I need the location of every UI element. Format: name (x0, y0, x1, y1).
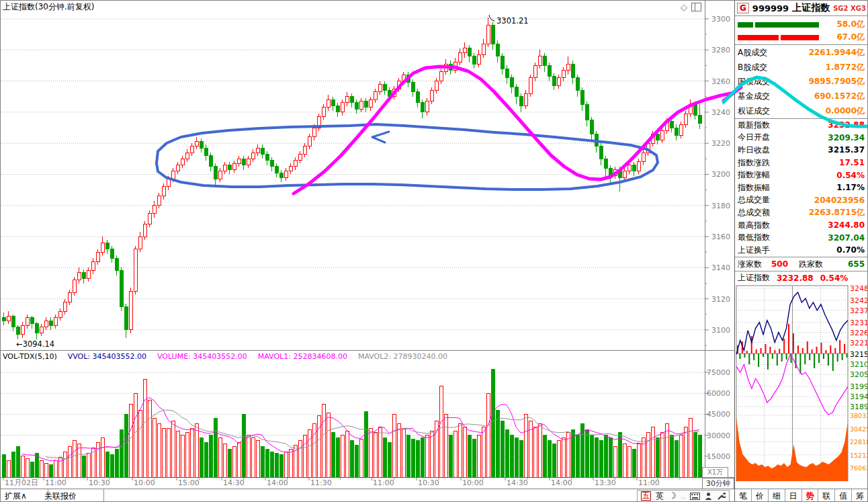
buy-queue-row: 58.0亿 (738, 18, 866, 31)
row-label: 指数涨跌 (738, 157, 770, 169)
stock-code[interactable]: 999999 (752, 3, 789, 13)
row-label: 总成交额 (738, 207, 770, 218)
queue-bar-segment (781, 35, 819, 40)
quote-row: 指数涨幅0.54% (738, 169, 866, 181)
svg-text:11:00: 11:00 (373, 478, 394, 487)
svg-text:45000: 45000 (707, 410, 730, 419)
svg-text:3200: 3200 (711, 170, 730, 179)
row-value: 0.54% (770, 171, 866, 180)
svg-text:15:00: 15:00 (178, 478, 200, 487)
row-value: 3207.04 (770, 233, 866, 243)
buy-queue-bar (738, 22, 820, 28)
svg-text:11:30: 11:30 (310, 478, 332, 487)
keyboard-icon[interactable] (690, 493, 700, 500)
sell-queue-value: 67.0亿 (820, 32, 866, 43)
row-value: 1.17% (770, 183, 866, 192)
panel-tab-势[interactable]: 势 (802, 489, 819, 502)
mini-chart-name[interactable]: 上证指数 (738, 272, 770, 284)
linked-quote-tab[interactable]: 关联报价 (40, 489, 104, 502)
svg-text:←3094.14: ←3094.14 (16, 339, 54, 349)
period-selector[interactable]: 30分钟 (702, 478, 734, 489)
row-label: 今日开盘 (738, 132, 770, 143)
row-label: 指数涨幅 (738, 169, 770, 181)
svg-text:13:30: 13:30 (595, 478, 616, 487)
queue-bar-segment (738, 22, 753, 28)
split-window-icon[interactable] (691, 3, 701, 11)
panel-tab-值[interactable]: 值 (835, 489, 852, 502)
svg-text:60000: 60000 (707, 389, 730, 398)
logo-icon: G (737, 3, 749, 13)
quote-row: 权证成交0.0000亿 (738, 103, 866, 118)
svg-text:10:30: 10:30 (89, 478, 110, 487)
ime-dots-icon: ‥ (681, 493, 686, 500)
mini-chart-header: 上证指数 3232.88 0.54% (735, 271, 868, 284)
stock-name[interactable]: 上证指数 (792, 2, 830, 14)
row-value: 1.8772亿 (767, 62, 866, 73)
decliners-count: 655 (823, 259, 866, 269)
decliners-label: 跌家数 (799, 259, 823, 270)
main-chart-svg[interactable]: 3300328032603240322032003180316031403120… (1, 1, 734, 489)
svg-text:3242: 3242 (850, 296, 868, 305)
quote-panel: G 999999 上证指数 SG2 XG3 58.0亿 67.0亿 A股成交22… (734, 1, 868, 502)
ime-toolbar[interactable]: 五 英 ☽ ‥ (637, 490, 730, 502)
svg-text:228189: 228189 (850, 438, 868, 446)
svg-text:3210: 3210 (850, 360, 868, 369)
row-label: 指数振幅 (738, 182, 770, 194)
svg-text:3300: 3300 (711, 15, 730, 24)
quote-row: 基金成交690.1572亿 (738, 89, 866, 104)
svg-text:3301.21: 3301.21 (496, 16, 529, 26)
svg-text:3194: 3194 (850, 392, 868, 401)
svg-text:3120: 3120 (711, 295, 730, 304)
svg-text:3248: 3248 (850, 284, 868, 293)
svg-text:3231: 3231 (850, 319, 868, 327)
chart-title: 上证指数(30分钟.前复权) (3, 1, 94, 13)
quote-row: 最新指数3232.88 (738, 119, 866, 132)
wrench-icon[interactable] (717, 492, 726, 501)
svg-text:14:30: 14:30 (507, 478, 528, 487)
quote-row: 上证换手0.70% (738, 244, 866, 257)
row-value: 2263.8715亿 (770, 207, 866, 218)
svg-text:14:00: 14:00 (551, 478, 572, 487)
volume-unit-box: X1万 (702, 467, 728, 478)
panel-tab-细[interactable]: 细 (769, 489, 785, 502)
svg-text:76063: 76063 (850, 464, 868, 472)
volume-bars (2, 370, 701, 477)
quote-row: 最高指数3244.80 (738, 219, 866, 232)
queue-bar-segment (755, 22, 819, 28)
volume-indicator-header: VOL-TDX(5,10) VVOL: 345403552.00 VOLUME:… (3, 352, 701, 363)
indicator-name[interactable]: VOL-TDX(5,10) (3, 352, 57, 363)
panel-tab-日[interactable]: 日 (785, 489, 802, 502)
quote-row: A股成交2261.9944亿 (738, 46, 866, 60)
quote-row: 国债成交9895.7905亿 (738, 75, 866, 89)
market-turnover-rows: A股成交2261.9944亿B股成交1.8772亿国债成交9895.7905亿基… (735, 45, 868, 119)
svg-text:3140: 3140 (711, 263, 730, 272)
trading-app-window: 上证指数(30分钟.前复权) ◇ 33003280326032403220320… (0, 0, 868, 502)
mini-intraday-chart[interactable]: 3248324232373231322632213215321032053199… (735, 284, 868, 481)
panel-tab-筹[interactable]: 筹 (852, 489, 868, 502)
queue-bar-segment (738, 35, 779, 40)
x-axis: 11月02日11:0010:3010:0015:0014:3014:0011:3… (3, 478, 680, 487)
row-value: 204023956 (770, 196, 866, 205)
quote-row: 最低指数3207.04 (738, 231, 866, 244)
panel-tab-联[interactable]: 联 (818, 489, 835, 502)
panel-tab-价[interactable]: 价 (752, 489, 769, 502)
ime-wubi-icon[interactable]: 五 (641, 491, 651, 501)
row-value: 17.51 (770, 158, 866, 167)
svg-text:14:30: 14:30 (223, 478, 245, 487)
row-label: A股成交 (738, 47, 767, 58)
svg-text:11:00: 11:00 (638, 478, 660, 487)
user-icon[interactable] (705, 492, 712, 500)
svg-text:3215: 3215 (850, 350, 868, 359)
row-value: 3215.37 (770, 145, 866, 155)
moon-icon[interactable]: ☽ (668, 491, 677, 501)
buy-queue-value: 58.0亿 (820, 19, 866, 30)
vvol-value: VVOL: 345403552.00 (68, 352, 146, 363)
diamond-icon[interactable]: ◇ (681, 3, 687, 11)
quote-row: 总成交额2263.8715亿 (738, 206, 866, 219)
ime-english-icon[interactable]: 英 (656, 491, 664, 502)
svg-text:15000: 15000 (707, 452, 730, 461)
quote-row: 指数涨跌17.51 (738, 157, 866, 169)
svg-text:30000: 30000 (707, 431, 730, 440)
svg-text:3220: 3220 (711, 139, 730, 148)
panel-tab-笔[interactable]: 笔 (735, 489, 752, 502)
